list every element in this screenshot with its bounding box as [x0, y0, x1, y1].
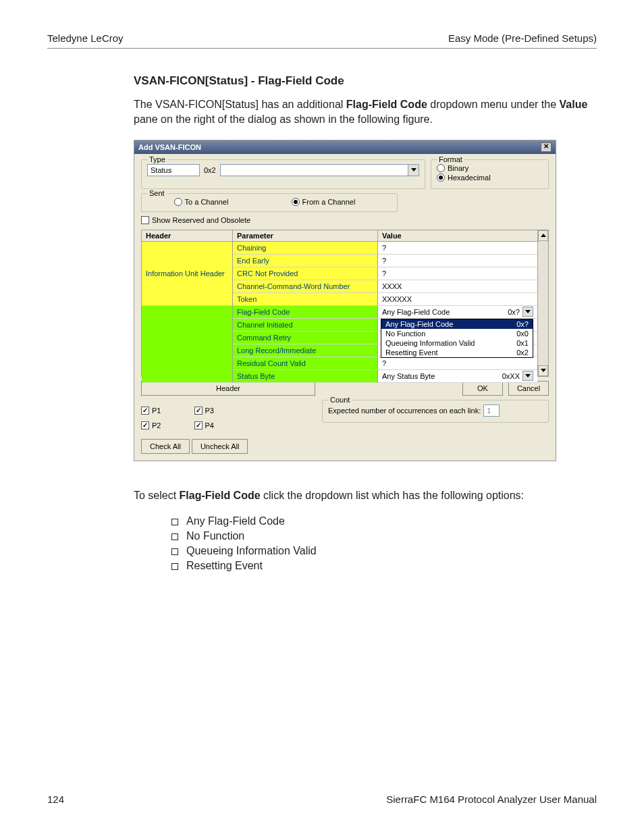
legend: Type: [147, 155, 167, 163]
group-header-cell[interactable]: Information Unit Header: [142, 267, 233, 280]
type-name-field[interactable]: Status: [147, 164, 200, 176]
dropdown-icon[interactable]: [408, 164, 419, 176]
scrollbar[interactable]: [537, 230, 548, 376]
type-group: Type Status 0x2: [141, 159, 425, 189]
flag-field-dropdown[interactable]: Any Flag-Field Code0x? No Function0x0 Qu…: [381, 319, 533, 358]
square-bullet-icon: [171, 519, 178, 525]
param-cell[interactable]: Channel Initiated: [233, 319, 378, 332]
value-cell[interactable]: ?: [378, 255, 537, 267]
options-intro: To select Flag-Field Code click the drop…: [134, 488, 590, 503]
square-bullet-icon: [171, 563, 178, 570]
type-combo[interactable]: [220, 164, 408, 176]
ok-button[interactable]: OK: [462, 381, 503, 396]
text: Value: [560, 99, 588, 110]
col-header-parameter[interactable]: Parameter: [233, 230, 378, 241]
param-cell[interactable]: Command Retry: [233, 332, 378, 344]
sent-group: Sent To a Channel From a Channel: [141, 193, 398, 212]
dialog-titlebar[interactable]: Add VSAN-FICON ✕: [134, 140, 556, 154]
intro-paragraph: The VSAN-FICON[Status] has an additional…: [134, 97, 590, 128]
legend: Format: [437, 155, 464, 163]
cancel-button[interactable]: Cancel: [508, 381, 549, 396]
header-left: Teledyne LeCroy: [47, 32, 124, 44]
text: click the dropdown list which has the fo…: [261, 490, 524, 501]
param-cell[interactable]: Residual Count Valid: [233, 357, 378, 370]
value-cell-dd[interactable]: Any Flag-Field Code0x?: [378, 306, 537, 319]
value-cell[interactable]: XXXX: [378, 280, 537, 293]
radio-from-channel[interactable]: From a Channel: [292, 198, 356, 206]
checkbox-p2[interactable]: P2: [141, 421, 161, 429]
scroll-down-icon[interactable]: [538, 365, 548, 376]
value-cell[interactable]: ?: [378, 357, 537, 370]
col-header-value[interactable]: Value: [378, 230, 537, 241]
param-cell[interactable]: End Early: [233, 255, 378, 267]
scroll-up-icon[interactable]: [538, 230, 548, 241]
legend: Sent: [147, 189, 167, 197]
square-bullet-icon: [171, 548, 178, 555]
text: dropdown menu under the: [427, 99, 560, 110]
checkbox-p1[interactable]: P1: [141, 407, 161, 415]
section-title: VSAN-FICON[Status] - Flag-Field Code: [134, 74, 590, 88]
list-item: Resetting Event: [171, 560, 590, 572]
format-group: Format Binary Hexadecimal: [431, 159, 549, 189]
list-item: No Function: [171, 530, 590, 542]
param-cell[interactable]: Channel-Command-Word Number: [233, 280, 378, 293]
square-bullet-icon: [171, 533, 178, 540]
uncheck-all-button[interactable]: Uncheck All: [192, 439, 248, 454]
param-cell[interactable]: Status Byte: [233, 370, 378, 383]
dialog-add-vsan-ficon: Add VSAN-FICON ✕ Type Status 0x2: [134, 140, 556, 461]
col-header-header[interactable]: Header: [142, 230, 233, 241]
param-cell[interactable]: Flag-Field Code: [233, 306, 378, 319]
list-item: Queueing Information Valid: [171, 545, 590, 557]
count-input[interactable]: 1: [483, 405, 500, 417]
dropdown-item[interactable]: Resetting Event0x2: [381, 348, 533, 357]
parameter-grid: Header Parameter Value Chaining? End Ear…: [141, 230, 549, 377]
checkbox-p3[interactable]: P3: [194, 407, 214, 415]
text: pane on the right of the dialog as shown…: [134, 113, 433, 125]
check-all-button[interactable]: Check All: [141, 439, 190, 454]
dropdown-item[interactable]: No Function0x0: [381, 329, 533, 338]
value-cell[interactable]: ?: [378, 267, 537, 280]
checkbox-show-reserved[interactable]: Show Reserved and Obsolete: [141, 216, 250, 224]
radio-to-channel[interactable]: To a Channel: [174, 198, 229, 206]
dropdown-item[interactable]: Queueing Information Valid0x1: [381, 338, 533, 348]
dialog-title: Add VSAN-FICON: [138, 143, 201, 151]
value-cell[interactable]: XXXXXX: [378, 293, 537, 306]
header-right: Easy Mode (Pre-Defined Setups): [448, 32, 597, 44]
count-group: Count Expected number of occurrences on …: [322, 400, 549, 423]
value-cell[interactable]: ?: [378, 242, 537, 255]
checkbox-p4[interactable]: P4: [194, 421, 214, 429]
param-cell[interactable]: Long Record/Immediate: [233, 344, 378, 357]
dropdown-icon[interactable]: [522, 371, 533, 381]
dropdown-icon[interactable]: [522, 307, 533, 317]
close-icon[interactable]: ✕: [541, 142, 552, 152]
text: Flag-Field Code: [346, 99, 427, 110]
page-number: 124: [47, 793, 64, 805]
options-list: Any Flag-Field Code No Function Queueing…: [171, 515, 590, 572]
param-cell[interactable]: CRC Not Provided: [233, 267, 378, 280]
legend: Count: [328, 396, 352, 404]
radio-binary[interactable]: Binary: [437, 164, 468, 172]
text: The VSAN-FICON[Status] has an additional: [134, 99, 346, 110]
list-item: Any Flag-Field Code: [171, 515, 590, 527]
param-cell[interactable]: Token: [233, 293, 378, 306]
type-code-label: 0x2: [204, 166, 216, 174]
footer-title: SierraFC M164 Protocol Analyzer User Man…: [386, 793, 597, 805]
value-cell-dd[interactable]: Any Status Byte0xXX: [378, 370, 537, 383]
text: Flag-Field Code: [180, 490, 261, 501]
radio-hexadecimal[interactable]: Hexadecimal: [437, 174, 491, 182]
text: To select: [134, 490, 180, 501]
param-cell[interactable]: Chaining: [233, 242, 378, 255]
header-button[interactable]: Header: [141, 381, 315, 396]
dropdown-item[interactable]: Any Flag-Field Code0x?: [381, 319, 533, 329]
count-label: Expected number of occurrences on each l…: [328, 407, 481, 415]
